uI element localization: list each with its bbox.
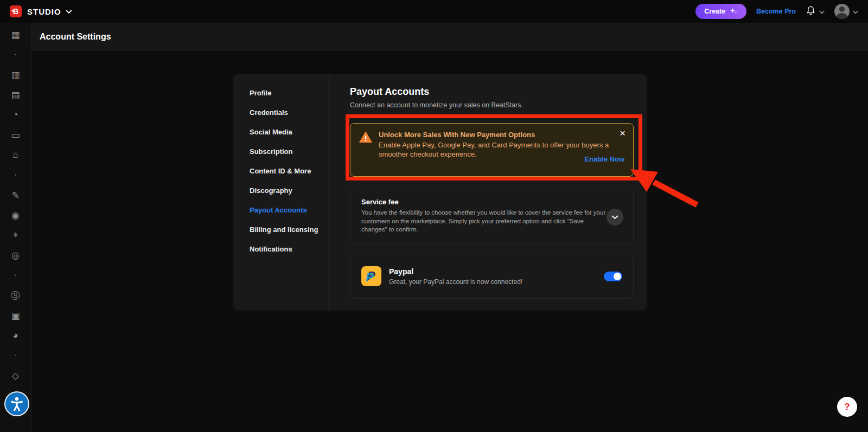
enable-now-link[interactable]: Enable Now [584,155,624,163]
settings-nav-discography[interactable]: Discography [233,181,329,201]
notifications-chevron-down-icon[interactable] [819,7,825,16]
earnings-icon[interactable]: Ⓢ [8,288,23,303]
gauge-icon[interactable]: ◔ [8,107,23,122]
brand-name: STUDIO [27,7,61,16]
focus-scan-icon[interactable]: ⌖ [8,228,23,243]
accessibility-button[interactable] [4,391,29,416]
vinyl-icon[interactable]: ◉ [8,208,23,223]
become-pro-link[interactable]: Become Pro [756,8,796,15]
section-title: Payout Accounts [350,86,634,98]
page-header: Account Settings [31,23,868,51]
price-tag-icon[interactable]: ◇ [8,368,23,383]
page-root: ★ B STUDIO Create Become Pro [0,0,868,432]
accessibility-person-icon [9,396,25,412]
drum-kit-icon[interactable]: ◎ [8,248,23,263]
service-fee-expand-button[interactable] [607,209,623,225]
top-bar: ★ B STUDIO Create Become Pro [0,0,868,23]
edit-pencil-icon[interactable]: ✎ [8,188,23,203]
settings-nav-content-id-more[interactable]: Content ID & More [233,162,329,181]
warning-triangle-icon [359,131,372,159]
beatstars-logo-icon[interactable]: ★ B [10,5,22,17]
help-button[interactable]: ? [837,397,857,417]
settings-nav-profile[interactable]: Profile [233,83,329,103]
separator-dot: • [8,268,23,283]
sound-library-icon[interactable]: ▥ [8,67,23,82]
settings-nav-notifications[interactable]: Notifications [233,240,329,259]
icon-sidebar: ▦•▥▤◔▭⌂•✎◉⌖◎•Ⓢ▣◕•◇∩ [0,23,31,432]
dashboard-grid-icon[interactable]: ▦ [8,27,23,42]
marketplace-store-icon[interactable]: ⌂ [8,147,23,163]
user-avatar[interactable] [834,4,850,19]
paypal-logo-icon: P P [361,266,381,286]
notifications-bell-icon[interactable] [806,5,816,18]
account-chevron-down-icon[interactable] [853,7,858,16]
create-button-label: Create [704,8,725,15]
section-subtitle: Connect an account to monetize your sale… [350,101,634,109]
payout-accounts-content: Payout Accounts Connect an account to mo… [330,74,647,311]
pie-chart-icon[interactable]: ◕ [8,328,23,343]
settings-nav-credentials[interactable]: Credentials [233,103,329,122]
service-fee-panel: Service fee You have the flexibility to … [350,189,634,244]
sidebar-icon-list: ▦•▥▤◔▭⌂•✎◉⌖◎•Ⓢ▣◕•◇∩ [8,27,23,408]
settings-nav-subscription[interactable]: Subscription [233,142,329,162]
settings-nav: ProfileCredentialsSocial MediaSubscripti… [233,74,330,311]
separator-dot: • [8,47,23,62]
paypal-status-text: Great, your PayPal account is now connec… [389,278,522,286]
chevron-down-icon [611,215,618,220]
payment-options-alert: Unlock More Sales With New Payment Optio… [350,123,634,177]
settings-nav-social-media[interactable]: Social Media [233,122,329,142]
service-fee-description: You have the flexibility to choose wheth… [361,209,607,234]
account-settings-card: ProfileCredentialsSocial MediaSubscripti… [233,74,647,311]
alert-title: Unlock More Sales With New Payment Optio… [379,131,624,139]
paypal-title: Paypal [389,267,522,276]
logo-star-icon: ★ [11,9,14,12]
create-button[interactable]: Create [695,4,746,19]
paypal-toggle[interactable] [604,272,622,281]
paypal-panel: P P Paypal Great, your PayPal account is… [350,254,634,299]
separator-dot: • [8,167,23,183]
settings-nav-payout-accounts[interactable]: Payout Accounts [233,201,329,220]
page-title: Account Settings [40,32,111,42]
settings-nav-billing-and-licensing[interactable]: Billing and licensing [233,220,329,240]
service-fee-title: Service fee [361,198,622,206]
alert-close-icon[interactable]: × [620,128,626,138]
analytics-chart-icon[interactable]: ▣ [8,308,23,323]
separator-dot: • [8,348,23,363]
studio-chevron-down-icon[interactable] [66,7,72,16]
avatar-silhouette [839,7,845,12]
notes-icon[interactable]: ▤ [8,87,23,102]
sparkle-icon [730,7,738,16]
coupon-icon[interactable]: ▭ [8,127,23,143]
